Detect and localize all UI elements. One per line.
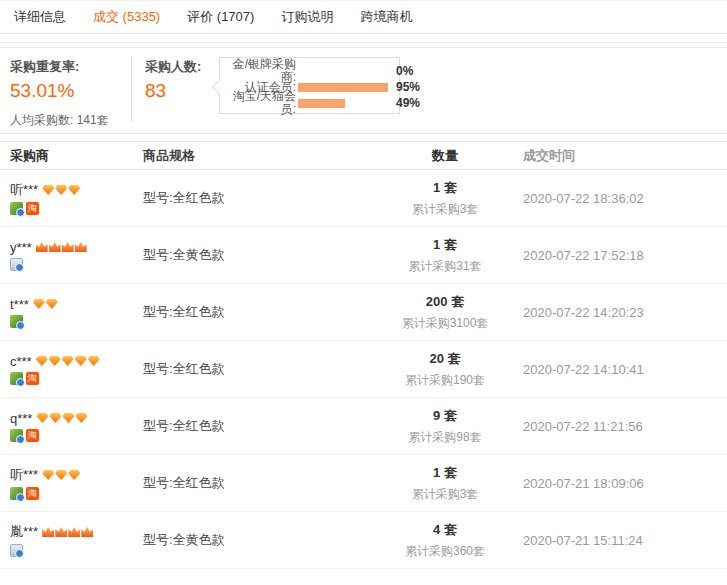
diamond-icon bbox=[62, 413, 74, 423]
quantity-value: 1 套 bbox=[380, 179, 510, 197]
quantity-value: 1 套 bbox=[380, 464, 510, 482]
cumulative-purchase: 累计采购360套 bbox=[380, 543, 510, 560]
buyer-cell: q*** 淘 bbox=[0, 411, 135, 442]
product-spec: 型号:全黄色款 bbox=[135, 531, 380, 549]
diamond-icon bbox=[46, 299, 58, 309]
deal-time: 2020-07-22 14:20:23 bbox=[510, 305, 727, 320]
buyer-type-bar bbox=[298, 67, 393, 76]
tab-item[interactable]: 订购说明 bbox=[281, 8, 333, 26]
table-row: 胤*** 型号:全黄色款 4 套 累计采购360套 2020-07-21 15:… bbox=[0, 512, 727, 569]
crown-icon bbox=[81, 527, 93, 537]
tab-item[interactable]: 评价 (1707) bbox=[187, 8, 254, 26]
buyer-level-icons bbox=[33, 299, 58, 309]
product-spec: 型号:全红色款 bbox=[135, 417, 380, 435]
cumulative-purchase: 累计采购190套 bbox=[380, 372, 510, 389]
crown-icon bbox=[75, 242, 87, 252]
buyer-type-row: 金/银牌采购商:0% bbox=[224, 63, 391, 79]
buyer-type-percent: 0% bbox=[396, 64, 413, 78]
tab-item[interactable]: 详细信息 bbox=[14, 8, 66, 26]
buyer-name[interactable]: y*** bbox=[10, 240, 32, 255]
table-row: g*** 5 套 bbox=[0, 569, 727, 585]
buyer-cell: 胤*** bbox=[0, 523, 135, 557]
buyer-type-percent: 49% bbox=[396, 96, 420, 110]
deal-time: 2020-07-21 15:11:24 bbox=[510, 533, 727, 548]
person-badge-icon bbox=[10, 372, 23, 385]
diamond-icon bbox=[75, 413, 87, 423]
table-row: 听*** 淘 型号:全红色款 1 套 累计采购3套 2020-07-21 18:… bbox=[0, 455, 727, 512]
table-row: y*** 型号:全黄色款 1 套 累计采购31套 2020-07-22 17:5… bbox=[0, 227, 727, 284]
product-spec: 型号:全黄色款 bbox=[135, 246, 380, 264]
person-badge-icon bbox=[10, 487, 23, 500]
tv-badge-icon bbox=[10, 258, 23, 271]
buyer-badges: 淘 bbox=[10, 372, 135, 385]
buyer-type-percent: 95% bbox=[396, 80, 420, 94]
table-row: 听*** 淘 型号:全红色款 1 套 累计采购3套 2020-07-22 18:… bbox=[0, 170, 727, 227]
diamond-icon bbox=[36, 413, 48, 423]
buyer-badges: 淘 bbox=[10, 202, 135, 215]
buyer-type-bar bbox=[298, 83, 393, 92]
product-spec: 型号:全红色款 bbox=[135, 474, 380, 492]
product-spec: 型号:全红色款 bbox=[135, 360, 380, 378]
quantity-cell: 1 套 累计采购3套 bbox=[380, 464, 510, 503]
buyer-cell: 听*** 淘 bbox=[0, 466, 135, 500]
quantity-cell: 4 套 累计采购360套 bbox=[380, 521, 510, 560]
buyer-badges bbox=[10, 258, 135, 271]
transaction-page: 详细信息成交 (5335)评价 (1707)订购说明跨境商机 采购重复率: 53… bbox=[0, 0, 727, 585]
person-badge-icon bbox=[10, 315, 23, 328]
product-spec: 型号:全红色款 bbox=[135, 303, 380, 321]
quantity-cell: 200 套 累计采购3100套 bbox=[380, 293, 510, 332]
tab-item[interactable]: 跨境商机 bbox=[360, 8, 412, 26]
crown-icon bbox=[49, 242, 61, 252]
quantity-value: 20 套 bbox=[380, 350, 510, 368]
cumulative-purchase: 累计采购3套 bbox=[380, 201, 510, 218]
buyer-type-panel: 金/银牌采购商:0%认证会员:95%淘宝/天猫会员:49% bbox=[219, 57, 400, 114]
deal-time: 2020-07-22 11:21:56 bbox=[510, 419, 727, 434]
diamond-icon bbox=[75, 356, 87, 366]
tab-active[interactable]: 成交 (5335) bbox=[93, 8, 160, 26]
buyer-count-value: 83 bbox=[145, 80, 215, 102]
person-badge-icon bbox=[10, 202, 23, 215]
buyer-name[interactable]: t*** bbox=[10, 297, 29, 312]
buyer-name[interactable]: 听*** bbox=[10, 181, 38, 199]
cumulative-purchase: 累计采购31套 bbox=[380, 258, 510, 275]
quantity-value: 4 套 bbox=[380, 521, 510, 539]
repeat-rate-value: 53.01% bbox=[10, 80, 122, 102]
table-row: c*** 淘 型号:全红色款 20 套 累计采购190套 2020-07-22 … bbox=[0, 341, 727, 398]
buyer-cell: c*** 淘 bbox=[0, 354, 135, 385]
diamond-icon bbox=[36, 356, 48, 366]
buyer-level-icons bbox=[42, 185, 80, 195]
buyer-name[interactable]: c*** bbox=[10, 354, 32, 369]
buyer-badges: 淘 bbox=[10, 429, 135, 442]
tv-badge-icon bbox=[10, 544, 23, 557]
tab-bar: 详细信息成交 (5335)评价 (1707)订购说明跨境商机 bbox=[0, 0, 727, 34]
column-header-buyer: 采购商 bbox=[0, 147, 135, 165]
purchase-stats-section: 采购重复率: 53.01% 人均采购数: 141套 采购人数: 83 金/银牌采… bbox=[0, 52, 727, 134]
diamond-icon bbox=[55, 185, 67, 195]
buyer-level-icons bbox=[42, 470, 80, 480]
buyer-count-label: 采购人数: bbox=[145, 58, 215, 76]
deal-time: 2020-07-22 14:10:41 bbox=[510, 362, 727, 377]
diamond-icon bbox=[88, 356, 100, 366]
crown-icon bbox=[62, 242, 74, 252]
buyer-name[interactable]: 胤*** bbox=[10, 523, 38, 541]
table-header: 采购商 商品规格 数量 成交时间 bbox=[0, 141, 727, 170]
diamond-icon bbox=[49, 413, 61, 423]
buyer-cell: y*** bbox=[0, 240, 135, 271]
quantity-value: 9 套 bbox=[380, 407, 510, 425]
stats-divider bbox=[131, 56, 132, 122]
tao-badge-icon: 淘 bbox=[26, 429, 39, 442]
crown-icon bbox=[55, 527, 67, 537]
quantity-cell: 9 套 累计采购98套 bbox=[380, 407, 510, 446]
avg-purchase-value: 141套 bbox=[77, 113, 109, 127]
table-row: q*** 淘 型号:全红色款 9 套 累计采购98套 2020-07-22 11… bbox=[0, 398, 727, 455]
diamond-icon bbox=[68, 185, 80, 195]
person-badge-icon bbox=[10, 429, 23, 442]
buyer-badges: 淘 bbox=[10, 487, 135, 500]
buyer-name[interactable]: 听*** bbox=[10, 466, 38, 484]
buyer-name[interactable]: q*** bbox=[10, 411, 32, 426]
buyer-badges bbox=[10, 315, 135, 328]
avg-purchase-label: 人均采购数: bbox=[10, 113, 73, 127]
deal-time: 2020-07-22 17:52:18 bbox=[510, 248, 727, 263]
quantity-value: 1 套 bbox=[380, 236, 510, 254]
table-row: t*** 型号:全红色款 200 套 累计采购3100套 2020-07-22 … bbox=[0, 284, 727, 341]
